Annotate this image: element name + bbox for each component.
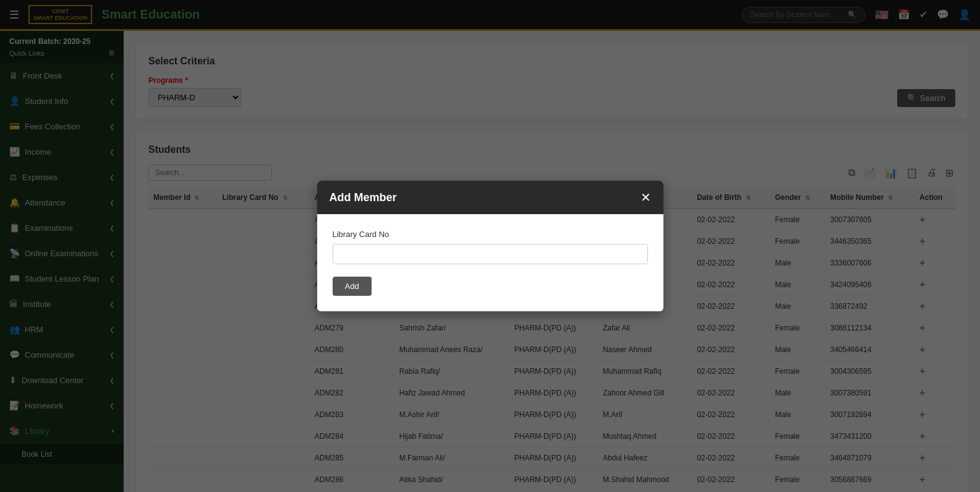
modal-title: Add Member: [330, 191, 397, 204]
close-icon: ✕: [641, 191, 651, 204]
modal-body: Library Card No Add: [317, 214, 663, 311]
library-card-label: Library Card No: [333, 230, 648, 239]
modal-overlay: Add Member ✕ Library Card No Add: [0, 0, 980, 492]
library-card-input[interactable]: [333, 244, 648, 264]
modal-close-button[interactable]: ✕: [641, 190, 651, 205]
modal-header: Add Member ✕: [317, 181, 663, 214]
add-member-modal: Add Member ✕ Library Card No Add: [317, 181, 663, 311]
add-button[interactable]: Add: [333, 277, 372, 296]
